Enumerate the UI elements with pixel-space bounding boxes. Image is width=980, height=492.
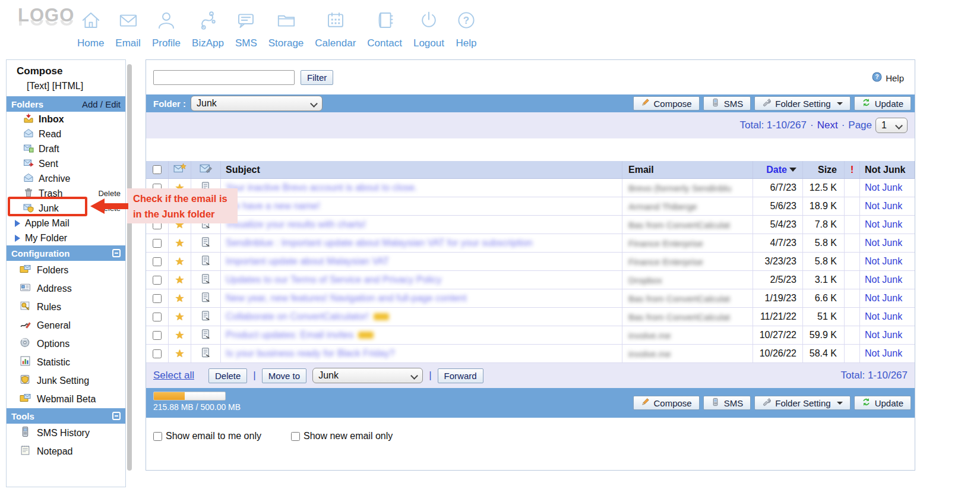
row-checkbox[interactable] — [153, 276, 162, 285]
not-junk-link[interactable]: Not Junk — [865, 330, 902, 340]
select-all-link[interactable]: Select all — [153, 370, 194, 381]
star-icon[interactable]: ★ — [175, 256, 184, 267]
row-checkbox[interactable] — [153, 313, 162, 321]
email-subject-link[interactable]: New year, new features! Navigation and f… — [226, 293, 467, 304]
document-icon — [200, 310, 211, 324]
email-subject-link[interactable]: Sendinblue : Important update about Mala… — [226, 238, 533, 248]
sms-button[interactable]: SMS — [703, 96, 751, 111]
filter-button[interactable]: Filter — [301, 70, 333, 85]
sidebar-item-webmail-beta[interactable]: Webmail Beta — [7, 390, 125, 408]
sms-button[interactable]: SMS — [703, 396, 751, 410]
row-checkbox[interactable] — [153, 331, 162, 340]
not-junk-link[interactable]: Not Junk — [865, 311, 902, 322]
folder-delete-link[interactable]: Delete — [98, 189, 121, 198]
sidebar-item-folders[interactable]: Folders — [7, 261, 125, 279]
nav-item-storage[interactable]: Storage — [268, 10, 304, 49]
nav-item-profile[interactable]: Profile — [152, 10, 181, 49]
nav-item-bizapp[interactable]: BizApp — [192, 10, 224, 49]
sidebar-item-general[interactable]: General — [7, 316, 125, 335]
collapse-configuration-button[interactable] — [112, 249, 121, 257]
not-junk-link[interactable]: Not Junk — [865, 238, 902, 248]
compose-html-link[interactable]: [HTML] — [52, 81, 83, 91]
email-subject-link[interactable]: Product updates: Email invites — [226, 330, 353, 340]
email-subject-link[interactable]: Important update about Malaysian VAT — [226, 256, 389, 267]
update-button[interactable]: Update — [854, 96, 911, 111]
document-icon — [200, 273, 211, 287]
sidebar-item-sms-history[interactable]: SMS History — [7, 424, 125, 442]
email-subject-link[interactable]: Is your business ready for Black Friday? — [226, 348, 395, 359]
email-sender: involve.me — [628, 349, 671, 359]
row-checkbox[interactable] — [153, 257, 162, 266]
not-junk-link[interactable]: Not Junk — [865, 293, 902, 304]
sidebar-item-address[interactable]: Address — [7, 279, 125, 298]
star-icon[interactable]: ★ — [175, 238, 184, 248]
delete-button[interactable]: Delete — [208, 368, 247, 383]
not-junk-link[interactable]: Not Junk — [865, 182, 902, 193]
sidebar-item-rules[interactable]: Rules — [7, 298, 125, 316]
not-junk-link[interactable]: Not Junk — [865, 275, 902, 285]
nav-item-contact[interactable]: Contact — [367, 10, 402, 49]
bottom-filter-checkbox[interactable] — [153, 432, 162, 441]
select-all-checkbox[interactable] — [153, 165, 162, 174]
email-subject-link[interactable]: We have a new name! — [226, 201, 320, 212]
header-size[interactable]: Size — [803, 161, 845, 178]
help-link[interactable]: ? Help — [872, 72, 904, 84]
folder-setting-button[interactable]: Folder Setting — [754, 396, 850, 410]
nav-item-calendar[interactable]: Calendar — [315, 10, 356, 49]
star-icon[interactable]: ★ — [175, 311, 184, 322]
star-icon[interactable]: ★ — [175, 348, 184, 359]
sidebar-folder-inbox[interactable]: Inbox — [7, 112, 125, 127]
email-subject-link[interactable]: Your inactive Brevo account is about to … — [226, 182, 417, 193]
compose-button[interactable]: Compose — [633, 396, 700, 410]
sidebar-folder-read[interactable]: Read — [7, 127, 125, 141]
filter-input[interactable] — [153, 70, 295, 85]
compose-button[interactable]: Compose — [633, 96, 700, 111]
nav-label-profile: Profile — [152, 37, 181, 49]
email-subject-link[interactable]: Updates to our Terms of Service and Priv… — [226, 275, 441, 285]
move-to-button[interactable]: Move to — [262, 368, 306, 383]
folders-add-edit-link[interactable]: Add / Edit — [82, 99, 121, 109]
sidebar-item-options[interactable]: Options — [7, 335, 125, 353]
compose-text-link[interactable]: [Text] — [27, 81, 49, 91]
email-subject-link[interactable]: Collaborate on ConvertCalculator! — [226, 311, 369, 322]
not-junk-link[interactable]: Not Junk — [865, 256, 902, 267]
header-date-sort[interactable]: Date — [766, 165, 796, 175]
page-select[interactable]: 1 — [875, 118, 908, 133]
update-button-label: Update — [875, 99, 903, 109]
row-checkbox[interactable] — [153, 349, 162, 358]
bottom-filter-checkbox[interactable] — [291, 432, 300, 441]
sidebar-tree-apple-mail[interactable]: Apple Mail — [7, 216, 125, 231]
forward-button[interactable]: Forward — [438, 368, 483, 383]
nav-item-sms[interactable]: SMS — [235, 10, 257, 49]
not-junk-link[interactable]: Not Junk — [865, 348, 902, 359]
sidebar-folder-archive[interactable]: Archive — [7, 171, 125, 186]
not-junk-link[interactable]: Not Junk — [865, 219, 902, 230]
nav-item-logout[interactable]: Logout — [413, 10, 444, 49]
not-junk-link[interactable]: Not Junk — [865, 201, 902, 212]
next-page-link[interactable]: Next — [817, 119, 838, 131]
sidebar-item-statistic[interactable]: Statistic — [7, 353, 125, 371]
sidebar-tree-my-folder[interactable]: My Folder — [7, 231, 125, 245]
sidebar-folder-sent[interactable]: Sent — [7, 156, 125, 171]
row-checkbox[interactable] — [153, 239, 162, 248]
row-checkbox[interactable] — [153, 294, 162, 303]
star-icon[interactable]: ★ — [175, 330, 184, 340]
sidebar-item-junk-setting[interactable]: Junk Setting — [7, 371, 125, 390]
star-icon[interactable]: ★ — [175, 293, 184, 304]
nav-item-home[interactable]: Home — [77, 10, 104, 49]
sidebar-scrollbar[interactable] — [127, 64, 132, 471]
update-button[interactable]: Update — [854, 396, 911, 410]
compose-link[interactable]: Compose — [7, 60, 125, 80]
sidebar-folder-draft[interactable]: Draft — [7, 141, 125, 156]
header-email[interactable]: Email — [622, 161, 753, 178]
nav-item-email[interactable]: Email — [115, 10, 141, 49]
folder-setting-button[interactable]: Folder Setting — [754, 96, 850, 111]
sidebar-item-notepad[interactable]: Notepad — [7, 442, 125, 461]
email-subject-link[interactable]: Visualize your results with charts! — [226, 219, 366, 230]
nav-item-help[interactable]: ?Help — [456, 10, 477, 49]
collapse-tools-button[interactable] — [112, 412, 121, 420]
header-subject[interactable]: Subject — [221, 161, 622, 178]
folder-select[interactable]: Junk — [191, 96, 323, 111]
star-icon[interactable]: ★ — [175, 275, 184, 285]
move-folder-select[interactable]: Junk — [312, 368, 423, 383]
